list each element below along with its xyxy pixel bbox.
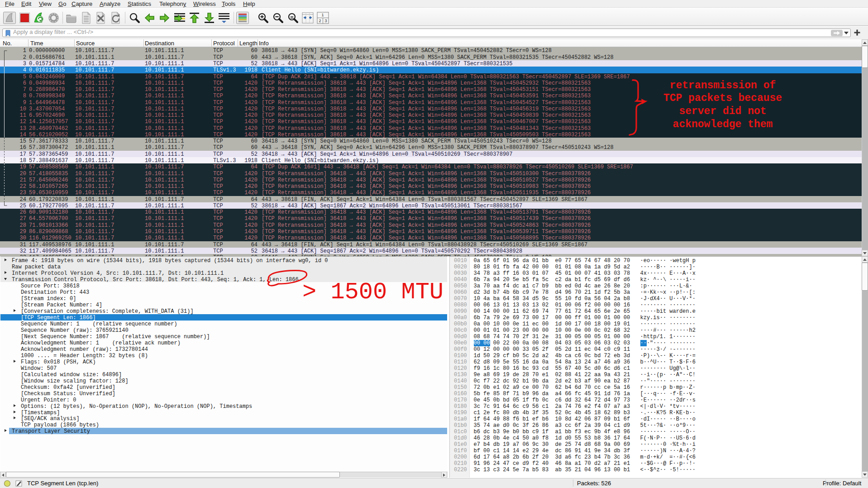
svg-text:3: 3 (324, 19, 327, 23)
svg-text:1: 1 (321, 13, 324, 17)
svg-text:2: 2 (319, 19, 321, 23)
